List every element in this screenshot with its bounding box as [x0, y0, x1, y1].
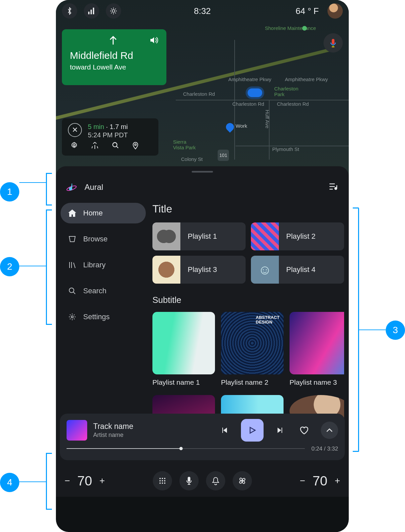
nav-search-icon[interactable] — [112, 142, 119, 152]
nav-settings-label: Settings — [83, 313, 110, 321]
playlist-3-label: Playlist 3 — [180, 265, 217, 274]
nav-settings-icon[interactable] — [71, 142, 78, 152]
svg-point-5 — [73, 144, 75, 146]
nav-street: Middlefield Rd — [70, 50, 158, 61]
nav-item-home[interactable]: Home — [61, 203, 146, 223]
artist-name: Artist name — [93, 432, 133, 439]
svg-point-13 — [164, 478, 165, 479]
now-playing-bar: Track name Artist name 0:24 / 3:32 — [60, 414, 345, 460]
svg-point-16 — [164, 480, 165, 481]
playlist-1-art — [152, 222, 180, 250]
svg-point-6 — [113, 143, 117, 147]
temp-left-down[interactable]: − — [65, 475, 70, 486]
annotation-bracket-4 — [46, 454, 47, 509]
location-icon[interactable] — [132, 142, 138, 152]
playlist-chip-2[interactable]: Playlist 2 — [251, 222, 344, 250]
svg-point-14 — [159, 480, 161, 481]
nav-home-label: Home — [83, 209, 103, 217]
app-name: Aural — [85, 183, 103, 192]
next-button[interactable] — [273, 423, 288, 438]
signal-icon[interactable] — [84, 3, 99, 19]
mic-button[interactable] — [179, 471, 199, 490]
map-label-charleston-b: Charleston Rd — [232, 101, 264, 107]
temp-right-down[interactable]: − — [300, 475, 305, 486]
play-button[interactable] — [241, 419, 264, 442]
time-sep: / — [322, 446, 327, 452]
route-shield-label: 101 — [219, 153, 227, 158]
playlist-chip-1[interactable]: Playlist 1 — [152, 222, 246, 250]
user-location-dot — [248, 88, 262, 97]
annotation-line-3 — [358, 330, 386, 330]
status-temp: 64 ° F — [296, 6, 319, 16]
app-logo-icon — [66, 182, 77, 193]
svg-point-15 — [162, 480, 163, 481]
card-1-label: Playlist name 1 — [152, 378, 215, 386]
map-label-amphitheatre-2: Amphitheatre Pkwy — [285, 76, 328, 82]
card-1[interactable]: Playlist name 1 — [152, 312, 215, 386]
svg-point-10 — [71, 316, 73, 318]
annotation-2-label: 2 — [7, 261, 12, 272]
previous-button[interactable] — [217, 423, 232, 438]
drag-handle[interactable] — [192, 171, 213, 173]
nav-item-library[interactable]: Library — [61, 255, 146, 275]
brightness-icon[interactable] — [106, 3, 121, 19]
avatar[interactable] — [327, 3, 343, 19]
close-navigation-button[interactable]: ✕ — [68, 123, 82, 137]
notifications-button[interactable] — [206, 471, 225, 490]
arrow-up-icon — [109, 35, 117, 45]
temp-left-up[interactable]: + — [100, 475, 105, 486]
climate-bar: − 70 + − 70 + — [56, 465, 349, 497]
map-label-charleston-a: Charleston Rd — [183, 91, 215, 97]
temp-right-up[interactable]: + — [335, 475, 340, 486]
svg-rect-4 — [332, 39, 334, 44]
card-3[interactable]: Playlist name 3 — [290, 312, 344, 386]
routes-icon[interactable] — [91, 142, 99, 152]
app-grid-button[interactable] — [153, 471, 172, 490]
device-frame: Amphitheatre Pkwy Amphitheatre Pkwy Char… — [56, 0, 349, 532]
volume-icon[interactable] — [150, 37, 158, 44]
card-3-label: Playlist name 3 — [290, 378, 344, 386]
voice-assistant-button[interactable] — [323, 33, 343, 53]
annotation-bracket-4-top — [46, 453, 52, 454]
now-playing-art[interactable] — [67, 420, 87, 441]
fan-button[interactable] — [233, 471, 252, 490]
svg-point-21 — [242, 480, 243, 481]
elapsed-time: 0:24 — [311, 446, 322, 452]
card-2[interactable]: Playlist name 2 — [221, 312, 284, 386]
playlist-chip-4[interactable]: ☺ Playlist 4 — [251, 256, 344, 284]
annotation-1-label: 1 — [7, 187, 12, 197]
map-label-shoreline: Shoreline Maintenance — [265, 25, 316, 31]
svg-point-7 — [135, 144, 136, 146]
nav-item-browse[interactable]: Browse — [61, 229, 146, 249]
navigation-card[interactable]: Middlefield Rd toward Lowell Ave — [62, 29, 166, 85]
sidebar-nav: Home Browse Library Search Settings — [61, 201, 146, 434]
svg-point-19 — [164, 482, 165, 484]
nav-search-label: Search — [83, 287, 106, 295]
svg-rect-20 — [188, 477, 190, 482]
nav-item-search[interactable]: Search — [61, 281, 146, 301]
favorite-button[interactable] — [297, 423, 311, 438]
annotation-bracket-4-bot — [46, 509, 52, 510]
progress-thumb[interactable] — [179, 447, 183, 450]
settings-icon — [68, 313, 77, 321]
map-label-amphitheatre-1: Amphitheatre Pkwy — [228, 76, 271, 82]
section-title: Title — [152, 203, 344, 215]
annotation-line-2 — [19, 266, 47, 266]
expand-button[interactable] — [321, 422, 338, 439]
progress-bar[interactable]: 0:24 / 3:32 — [67, 446, 338, 451]
status-time: 8:32 — [194, 6, 211, 16]
queue-icon[interactable] — [329, 183, 339, 192]
svg-point-12 — [162, 478, 163, 479]
svg-rect-1 — [91, 10, 92, 14]
playlist-chip-3[interactable]: Playlist 3 — [152, 256, 246, 284]
map-road-vert — [234, 40, 235, 160]
map-area[interactable]: Amphitheatre Pkwy Amphitheatre Pkwy Char… — [56, 0, 349, 177]
total-time: 3:32 — [327, 446, 338, 452]
poi-dot-shoreline — [302, 26, 307, 31]
nav-browse-label: Browse — [83, 235, 107, 243]
home-icon — [68, 209, 77, 217]
nav-item-settings[interactable]: Settings — [61, 307, 146, 327]
bluetooth-icon[interactable] — [62, 3, 77, 19]
map-road-huff — [269, 100, 270, 160]
pin-work[interactable] — [224, 121, 236, 133]
